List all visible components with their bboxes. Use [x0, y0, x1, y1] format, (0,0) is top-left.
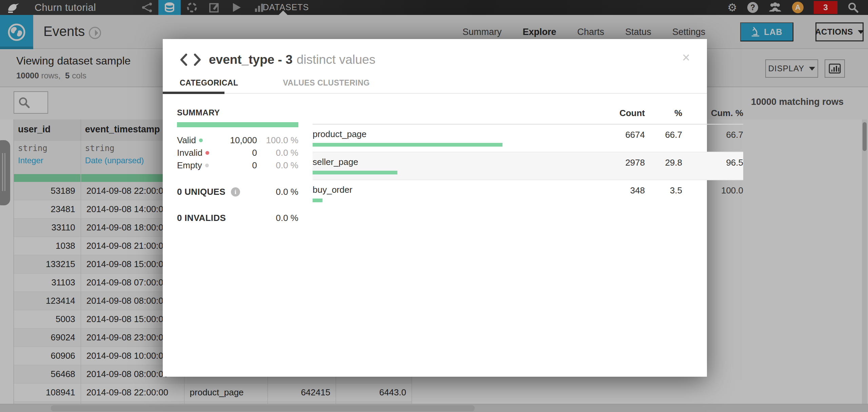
stat-valid: Valid 10,000 100.0 %	[177, 134, 298, 147]
close-icon[interactable]: ×	[682, 51, 690, 64]
modal-body: SUMMARY Valid 10,000 100.0 % Invalid 0 0…	[163, 94, 707, 223]
modal-header: event_type - 3 distinct values	[163, 39, 707, 67]
active-tab-marker	[163, 92, 224, 94]
col-cum-pct[interactable]: Cum. %	[682, 108, 743, 118]
summary-stats: Valid 10,000 100.0 % Invalid 0 0.0 % Emp…	[177, 134, 298, 172]
value-bar	[313, 171, 397, 174]
summary-panel: SUMMARY Valid 10,000 100.0 % Invalid 0 0…	[177, 108, 298, 223]
tab-categorical[interactable]: CATEGORICAL	[180, 78, 238, 88]
tab-values-clustering[interactable]: VALUES CLUSTERING	[283, 78, 370, 88]
col-pct[interactable]: %	[645, 108, 682, 118]
validity-gauge-fill	[177, 122, 298, 127]
column-analysis-modal: × event_type - 3 distinct values CATEGOR…	[163, 39, 707, 377]
dss-explore-screen: Churn tutorial	[0, 0, 868, 412]
value-row-seller-page[interactable]: seller_page 2978 29.8 96.5	[313, 152, 743, 180]
validity-gauge	[177, 122, 298, 127]
value-row-product-page[interactable]: product_page 6674 66.7 66.7	[313, 125, 743, 152]
invalids-row: 0 INVALIDS 0.0 %	[177, 213, 298, 223]
info-icon[interactable]: i	[231, 187, 240, 196]
value-row-buy-order[interactable]: buy_order 348 3.5 100.0	[313, 180, 743, 207]
summary-heading: SUMMARY	[177, 108, 298, 117]
values-table-header: Count % Cum. %	[313, 108, 743, 125]
value-bar	[313, 143, 502, 147]
chevron-right-icon[interactable]	[193, 54, 201, 66]
modal-title: event_type - 3	[209, 53, 293, 67]
stat-invalid: Invalid 0 0.0 %	[177, 147, 298, 159]
chevron-left-icon[interactable]	[180, 54, 188, 66]
invalid-dot-icon	[205, 151, 209, 155]
modal-title-suffix: distinct values	[297, 53, 375, 67]
value-bar	[313, 199, 322, 202]
values-panel: Count % Cum. % product_page 6674 66.7 66…	[313, 108, 744, 223]
valid-dot-icon	[199, 138, 203, 142]
modal-tabs: CATEGORICAL VALUES CLUSTERING	[163, 78, 707, 94]
stat-empty: Empty 0 0.0 %	[177, 159, 298, 172]
column-nav	[180, 54, 201, 66]
uniques-row: 0 UNIQUES i 0.0 %	[177, 187, 298, 197]
empty-dot-icon	[205, 164, 209, 167]
col-count[interactable]: Count	[597, 108, 645, 118]
